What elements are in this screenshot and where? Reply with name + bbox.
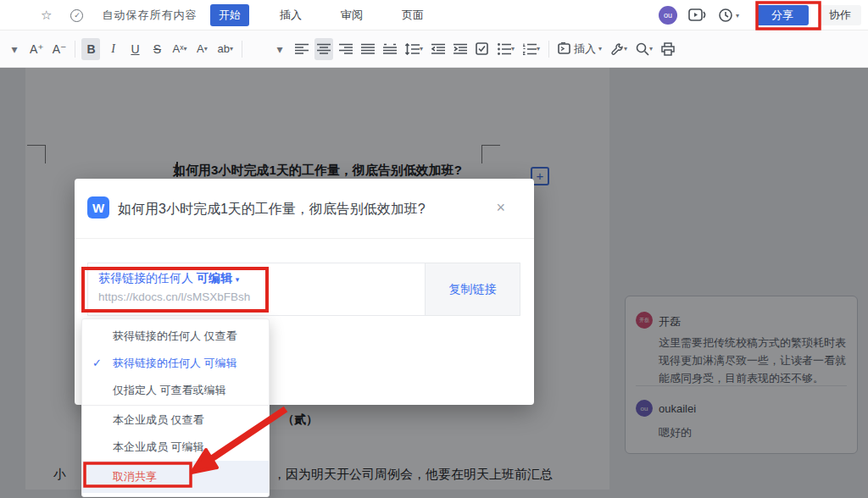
- ribbon-tabs: 开始 插入 审阅 页面: [210, 0, 432, 30]
- caret-down-icon: ▾: [649, 45, 653, 53]
- font-size-caret-icon[interactable]: ▾: [270, 38, 289, 60]
- caret-down-icon: ▾: [736, 12, 739, 19]
- tab-review[interactable]: 审阅: [332, 4, 371, 26]
- line-spacing-button[interactable]: ▾: [403, 38, 426, 60]
- toolbar-divider: [548, 41, 549, 58]
- menu-item-cancel-share[interactable]: 取消共享: [82, 461, 269, 493]
- permission-dropdown[interactable]: 获得链接的任何人 可编辑 ▾ https://kdocs.cn/l/sMSXbF…: [88, 263, 425, 315]
- caret-down-icon: ▾: [598, 45, 602, 53]
- menu-divider: [82, 405, 269, 406]
- superscript-button[interactable]: Aˣ▾: [170, 38, 189, 60]
- menu-item-specified-people[interactable]: 仅指定人 可查看或编辑: [82, 377, 269, 404]
- wps-doc-logo-icon: W: [87, 196, 109, 219]
- close-icon[interactable]: ×: [496, 199, 505, 217]
- check-icon: ✓: [92, 350, 102, 377]
- search-button[interactable]: ▾: [633, 38, 655, 60]
- decrease-indent-button[interactable]: [429, 38, 448, 60]
- checkbox-list-button[interactable]: [473, 38, 492, 60]
- present-icon[interactable]: [687, 7, 708, 24]
- dialog-title: 如何用3小时完成1天的工作量，彻底告别低效加班?: [118, 201, 426, 219]
- font-decrease-button[interactable]: A⁻: [50, 38, 70, 60]
- justify-button[interactable]: [359, 38, 377, 60]
- menu-item-company-edit[interactable]: 本企业成员 可编辑: [82, 434, 269, 461]
- autosave-check-icon: ✓: [70, 9, 83, 22]
- insert-object-button[interactable]: 插入 ▾: [555, 38, 604, 60]
- menu-item-anyone-edit[interactable]: ✓获得链接的任何人 可编辑: [82, 350, 269, 377]
- dialog-divider: [75, 238, 534, 239]
- increase-indent-button[interactable]: [451, 38, 470, 60]
- collaborate-button[interactable]: 协作: [819, 5, 861, 25]
- copy-link-area: 复制链接: [425, 263, 520, 315]
- overflow-caret-icon[interactable]: ▾: [5, 38, 24, 60]
- highlight-color-button[interactable]: ab▾: [214, 38, 235, 60]
- caret-down-icon: ▾: [236, 275, 240, 284]
- toolbar-divider: [242, 41, 242, 58]
- history-dropdown[interactable]: ▾: [718, 8, 739, 23]
- distribute-button[interactable]: [381, 38, 399, 60]
- underline-button[interactable]: U: [125, 38, 144, 60]
- title-bar: ☆ ✓ 自动保存所有内容 开始 插入 审阅 页面 ou ▾ 分享 协作: [0, 0, 868, 30]
- copy-link-button[interactable]: 复制链接: [449, 282, 497, 297]
- bullet-list-button[interactable]: ▾: [495, 38, 517, 60]
- italic-button[interactable]: I: [103, 38, 122, 60]
- permission-scope: 获得链接的任何人: [98, 271, 197, 285]
- caret-down-icon: ▾: [624, 45, 627, 53]
- share-link-row: 获得链接的任何人 可编辑 ▾ https://kdocs.cn/l/sMSXbF…: [87, 263, 520, 316]
- permission-level: 可编辑: [197, 271, 232, 285]
- caret-down-icon: ▾: [420, 45, 423, 53]
- formatting-toolbar: ▾ A⁺ A⁻ B I U S Aˣ▾ A▾ ab▾ ▾ ▾ ▾ ▾ 插入 ▾ …: [0, 30, 868, 68]
- bold-button[interactable]: B: [81, 38, 100, 60]
- tab-insert[interactable]: 插入: [271, 4, 310, 26]
- align-center-button[interactable]: [314, 38, 333, 60]
- share-button[interactable]: 分享: [756, 5, 809, 25]
- font-color-button[interactable]: A▾: [192, 38, 211, 60]
- caret-down-icon: ▾: [204, 45, 208, 53]
- toolbar-divider: [75, 41, 75, 58]
- permission-menu: 获得链接的任何人 仅查看 ✓获得链接的任何人 可编辑 仅指定人 可查看或编辑 本…: [81, 318, 270, 497]
- menu-item-company-view[interactable]: 本企业成员 仅查看: [82, 407, 269, 434]
- print-button[interactable]: [659, 38, 677, 60]
- share-link-url: https://kdocs.cn/l/sMSXbFBsh: [98, 290, 415, 303]
- tools-wrench-button[interactable]: ▾: [608, 38, 630, 60]
- autosave-status: 自动保存所有内容: [102, 8, 197, 23]
- align-left-button[interactable]: [292, 38, 311, 60]
- user-avatar[interactable]: ou: [659, 6, 677, 25]
- align-right-button[interactable]: [337, 38, 355, 60]
- strikethrough-button[interactable]: S: [147, 38, 166, 60]
- caret-down-icon: ▾: [183, 45, 186, 53]
- star-icon[interactable]: ☆: [41, 8, 52, 23]
- menu-item-anyone-view[interactable]: 获得链接的任何人 仅查看: [82, 323, 269, 350]
- caret-down-icon: ▾: [511, 45, 515, 53]
- numbered-list-button[interactable]: ▾: [520, 38, 542, 60]
- font-increase-button[interactable]: A⁺: [27, 38, 47, 60]
- tab-home[interactable]: 开始: [210, 4, 249, 26]
- tab-page[interactable]: 页面: [393, 4, 432, 26]
- caret-down-icon: ▾: [230, 45, 233, 53]
- caret-down-icon: ▾: [537, 45, 540, 53]
